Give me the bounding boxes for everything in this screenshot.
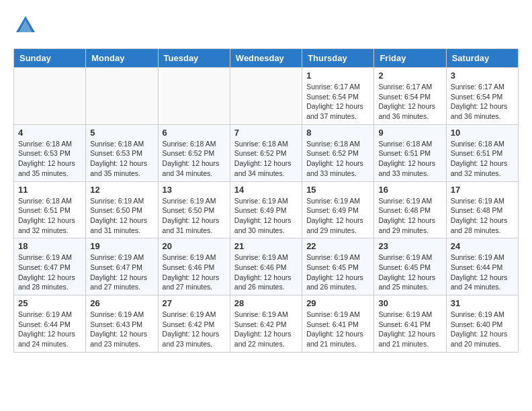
day-number: 1: [306, 71, 369, 81]
day-number: 30: [378, 298, 441, 308]
calendar-cell: 2Sunrise: 6:17 AM Sunset: 6:54 PM Daylig…: [374, 68, 446, 125]
day-number: 23: [378, 241, 441, 251]
day-number: 4: [18, 128, 81, 138]
calendar-cell: 15Sunrise: 6:19 AM Sunset: 6:49 PM Dayli…: [302, 181, 374, 238]
calendar-header-row: SundayMondayTuesdayWednesdayThursdayFrid…: [14, 49, 519, 68]
day-number: 17: [451, 185, 514, 195]
day-number: 13: [163, 185, 226, 195]
calendar-header-tuesday: Tuesday: [158, 49, 230, 68]
day-number: 10: [451, 128, 514, 138]
day-info: Sunrise: 6:19 AM Sunset: 6:46 PM Dayligh…: [234, 253, 298, 292]
calendar-cell: 1Sunrise: 6:17 AM Sunset: 6:54 PM Daylig…: [302, 68, 374, 125]
day-number: 2: [378, 71, 441, 81]
calendar-cell: 3Sunrise: 6:17 AM Sunset: 6:54 PM Daylig…: [446, 68, 518, 125]
calendar-header-sunday: Sunday: [14, 49, 86, 68]
day-info: Sunrise: 6:19 AM Sunset: 6:44 PM Dayligh…: [451, 253, 514, 292]
day-number: 15: [306, 185, 369, 195]
calendar-cell: [14, 68, 86, 125]
logo: [13, 13, 40, 38]
calendar-cell: 9Sunrise: 6:18 AM Sunset: 6:51 PM Daylig…: [374, 124, 446, 181]
day-number: 5: [90, 128, 153, 138]
day-info: Sunrise: 6:19 AM Sunset: 6:48 PM Dayligh…: [378, 196, 441, 236]
day-number: 11: [18, 185, 81, 195]
calendar-cell: 19Sunrise: 6:19 AM Sunset: 6:47 PM Dayli…: [86, 238, 158, 295]
calendar-cell: 20Sunrise: 6:19 AM Sunset: 6:46 PM Dayli…: [158, 238, 230, 295]
day-info: Sunrise: 6:18 AM Sunset: 6:52 PM Dayligh…: [163, 139, 226, 179]
calendar-week-row: 18Sunrise: 6:19 AM Sunset: 6:47 PM Dayli…: [14, 238, 519, 295]
calendar-cell: 31Sunrise: 6:19 AM Sunset: 6:40 PM Dayli…: [446, 295, 518, 353]
calendar-cell: 6Sunrise: 6:18 AM Sunset: 6:52 PM Daylig…: [158, 124, 230, 181]
calendar-week-row: 25Sunrise: 6:19 AM Sunset: 6:44 PM Dayli…: [14, 295, 519, 353]
day-info: Sunrise: 6:19 AM Sunset: 6:43 PM Dayligh…: [90, 310, 153, 349]
calendar-week-row: 1Sunrise: 6:17 AM Sunset: 6:54 PM Daylig…: [14, 68, 519, 125]
day-number: 21: [234, 241, 298, 251]
day-info: Sunrise: 6:19 AM Sunset: 6:46 PM Dayligh…: [163, 253, 226, 292]
day-number: 18: [18, 241, 81, 251]
calendar-cell: 10Sunrise: 6:18 AM Sunset: 6:51 PM Dayli…: [446, 124, 518, 181]
calendar-cell: 18Sunrise: 6:19 AM Sunset: 6:47 PM Dayli…: [14, 238, 86, 295]
calendar-cell: 14Sunrise: 6:19 AM Sunset: 6:49 PM Dayli…: [230, 181, 302, 238]
calendar-cell: 8Sunrise: 6:18 AM Sunset: 6:52 PM Daylig…: [302, 124, 374, 181]
day-info: Sunrise: 6:18 AM Sunset: 6:52 PM Dayligh…: [306, 139, 369, 179]
day-info: Sunrise: 6:18 AM Sunset: 6:51 PM Dayligh…: [451, 139, 514, 179]
day-info: Sunrise: 6:18 AM Sunset: 6:51 PM Dayligh…: [18, 196, 81, 236]
calendar-cell: 30Sunrise: 6:19 AM Sunset: 6:41 PM Dayli…: [374, 295, 446, 353]
calendar-header-saturday: Saturday: [446, 49, 518, 68]
calendar-cell: [158, 68, 230, 125]
day-info: Sunrise: 6:19 AM Sunset: 6:44 PM Dayligh…: [18, 310, 81, 349]
calendar-cell: 27Sunrise: 6:19 AM Sunset: 6:42 PM Dayli…: [158, 295, 230, 353]
day-number: 8: [306, 128, 369, 138]
day-number: 26: [90, 298, 153, 308]
day-info: Sunrise: 6:19 AM Sunset: 6:45 PM Dayligh…: [306, 253, 369, 292]
calendar-cell: 24Sunrise: 6:19 AM Sunset: 6:44 PM Dayli…: [446, 238, 518, 295]
day-info: Sunrise: 6:17 AM Sunset: 6:54 PM Dayligh…: [451, 82, 514, 122]
day-number: 27: [163, 298, 226, 308]
calendar-cell: 16Sunrise: 6:19 AM Sunset: 6:48 PM Dayli…: [374, 181, 446, 238]
day-number: 7: [234, 128, 298, 138]
day-number: 25: [18, 298, 81, 308]
calendar-cell: [230, 68, 302, 125]
day-number: 20: [163, 241, 226, 251]
page-header: [13, 13, 519, 38]
day-info: Sunrise: 6:18 AM Sunset: 6:53 PM Dayligh…: [90, 139, 153, 179]
calendar-header-thursday: Thursday: [302, 49, 374, 68]
calendar-cell: 29Sunrise: 6:19 AM Sunset: 6:41 PM Dayli…: [302, 295, 374, 353]
day-info: Sunrise: 6:19 AM Sunset: 6:41 PM Dayligh…: [378, 310, 441, 349]
day-number: 31: [451, 298, 514, 308]
calendar-cell: 11Sunrise: 6:18 AM Sunset: 6:51 PM Dayli…: [14, 181, 86, 238]
day-number: 14: [234, 185, 298, 195]
day-number: 24: [451, 241, 514, 251]
day-info: Sunrise: 6:19 AM Sunset: 6:50 PM Dayligh…: [163, 196, 226, 236]
day-info: Sunrise: 6:18 AM Sunset: 6:53 PM Dayligh…: [18, 139, 81, 179]
calendar-cell: 4Sunrise: 6:18 AM Sunset: 6:53 PM Daylig…: [14, 124, 86, 181]
day-info: Sunrise: 6:17 AM Sunset: 6:54 PM Dayligh…: [378, 82, 441, 122]
day-number: 29: [306, 298, 369, 308]
day-info: Sunrise: 6:18 AM Sunset: 6:52 PM Dayligh…: [234, 139, 298, 179]
logo-icon: [13, 13, 38, 38]
calendar-cell: [86, 68, 158, 125]
day-info: Sunrise: 6:17 AM Sunset: 6:54 PM Dayligh…: [306, 82, 369, 122]
calendar-table: SundayMondayTuesdayWednesdayThursdayFrid…: [13, 48, 519, 353]
day-number: 28: [234, 298, 298, 308]
calendar-cell: 7Sunrise: 6:18 AM Sunset: 6:52 PM Daylig…: [230, 124, 302, 181]
calendar-cell: 5Sunrise: 6:18 AM Sunset: 6:53 PM Daylig…: [86, 124, 158, 181]
day-info: Sunrise: 6:19 AM Sunset: 6:42 PM Dayligh…: [163, 310, 226, 349]
day-info: Sunrise: 6:19 AM Sunset: 6:45 PM Dayligh…: [378, 253, 441, 292]
day-info: Sunrise: 6:18 AM Sunset: 6:51 PM Dayligh…: [378, 139, 441, 179]
day-number: 6: [163, 128, 226, 138]
calendar-cell: 21Sunrise: 6:19 AM Sunset: 6:46 PM Dayli…: [230, 238, 302, 295]
day-number: 22: [306, 241, 369, 251]
day-info: Sunrise: 6:19 AM Sunset: 6:49 PM Dayligh…: [306, 196, 369, 236]
day-number: 16: [378, 185, 441, 195]
calendar-header-friday: Friday: [374, 49, 446, 68]
day-info: Sunrise: 6:19 AM Sunset: 6:49 PM Dayligh…: [234, 196, 298, 236]
calendar-cell: 12Sunrise: 6:19 AM Sunset: 6:50 PM Dayli…: [86, 181, 158, 238]
day-info: Sunrise: 6:19 AM Sunset: 6:47 PM Dayligh…: [90, 253, 153, 292]
calendar-header-monday: Monday: [86, 49, 158, 68]
day-info: Sunrise: 6:19 AM Sunset: 6:48 PM Dayligh…: [451, 196, 514, 236]
day-number: 3: [451, 71, 514, 81]
calendar-cell: 23Sunrise: 6:19 AM Sunset: 6:45 PM Dayli…: [374, 238, 446, 295]
day-info: Sunrise: 6:19 AM Sunset: 6:40 PM Dayligh…: [451, 310, 514, 349]
day-info: Sunrise: 6:19 AM Sunset: 6:42 PM Dayligh…: [234, 310, 298, 349]
day-number: 9: [378, 128, 441, 138]
